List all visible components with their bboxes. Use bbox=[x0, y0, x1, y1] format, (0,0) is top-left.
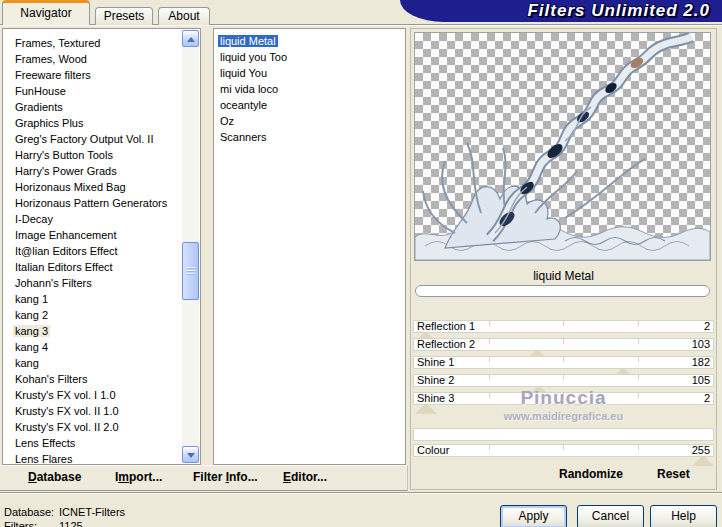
slider-value: 103 bbox=[692, 338, 710, 350]
editor-button[interactable]: Editor... bbox=[283, 470, 327, 484]
category-scrollbar[interactable] bbox=[182, 30, 199, 463]
category-item[interactable]: Frames, Textured bbox=[13, 35, 200, 51]
import-button[interactable]: Import... bbox=[115, 470, 162, 484]
category-item[interactable]: Johann's Filters bbox=[13, 275, 200, 291]
category-item[interactable]: Italian Editors Effect bbox=[13, 259, 200, 275]
database-button[interactable]: Database bbox=[28, 470, 81, 484]
category-item[interactable]: Gradients bbox=[13, 99, 200, 115]
filter-item[interactable]: liquid Metal bbox=[218, 33, 405, 49]
category-item[interactable]: Lens Flares bbox=[13, 451, 200, 465]
category-item[interactable]: Lens Effects bbox=[13, 435, 200, 451]
category-item[interactable]: Krusty's FX vol. II 1.0 bbox=[13, 403, 200, 419]
bottom-toolbar: Database Import... Filter Info... Editor… bbox=[0, 465, 408, 491]
scrollbar-thumb[interactable] bbox=[182, 242, 199, 300]
category-item[interactable]: kang 2 bbox=[13, 307, 200, 323]
category-list: Frames, TexturedFrames, WoodFreeware fil… bbox=[3, 29, 200, 464]
category-item[interactable]: FunHouse bbox=[13, 83, 200, 99]
category-item[interactable]: Freeware filters bbox=[13, 67, 200, 83]
category-item[interactable]: kang 1 bbox=[13, 291, 200, 307]
cancel-button[interactable]: Cancel bbox=[577, 505, 644, 527]
filter-panel: liquid Metal Reflection 12Reflection 210… bbox=[410, 28, 717, 490]
slider-track[interactable] bbox=[413, 392, 714, 405]
category-item[interactable]: It@lian Editors Effect bbox=[13, 243, 200, 259]
scrollbar-grip-icon bbox=[187, 267, 195, 276]
slider-label: Shine 1 bbox=[417, 356, 454, 368]
status-filters-value: 1125 bbox=[59, 520, 83, 527]
slider-label: Shine 3 bbox=[417, 392, 454, 404]
filter-item[interactable]: oceantyle bbox=[218, 97, 405, 113]
title-banner: Filters Unlimited 2.0 bbox=[400, 0, 722, 22]
progress-bar bbox=[415, 285, 710, 297]
randomize-reset-strip: Randomize Reset bbox=[412, 462, 715, 488]
liquid-metal-splash-image bbox=[415, 33, 710, 260]
slider-track[interactable] bbox=[413, 374, 714, 387]
status-filters-label: Filters: bbox=[4, 520, 56, 527]
arrow-up-icon bbox=[187, 37, 195, 42]
status-divider-highlight bbox=[0, 493, 722, 494]
category-item[interactable]: Graphics Plus bbox=[13, 115, 200, 131]
slider-label: Colour bbox=[417, 444, 449, 456]
filter-item[interactable]: Scanners bbox=[218, 129, 405, 145]
filter-item[interactable]: liquid you Too bbox=[218, 49, 405, 65]
parameter-sliders: Reflection 12Reflection 2103Shine 1182Sh… bbox=[413, 320, 714, 462]
scroll-up-button[interactable] bbox=[182, 30, 199, 47]
empty-parameter-bar bbox=[413, 428, 714, 441]
slider-value: 182 bbox=[692, 356, 710, 368]
slider-row[interactable]: Colour255 bbox=[413, 444, 714, 462]
slider-label: Reflection 2 bbox=[417, 338, 475, 350]
slider-track[interactable] bbox=[413, 444, 714, 457]
filter-info-button[interactable]: Filter Info... bbox=[193, 470, 258, 484]
selected-filter-name: liquid Metal bbox=[411, 269, 716, 283]
slider-row[interactable]: Reflection 12 bbox=[413, 320, 714, 338]
reset-button[interactable]: Reset bbox=[657, 467, 690, 481]
filter-item[interactable]: mi vida loco bbox=[218, 81, 405, 97]
slider-track[interactable] bbox=[413, 356, 714, 369]
slider-value: 2 bbox=[704, 320, 710, 332]
tab-navigator[interactable]: Navigator bbox=[2, 0, 90, 25]
help-button[interactable]: Help bbox=[650, 505, 717, 527]
slider-row[interactable]: Shine 2105 bbox=[413, 374, 714, 392]
category-item[interactable]: Harry's Power Grads bbox=[13, 163, 200, 179]
category-item[interactable]: I-Decay bbox=[13, 211, 200, 227]
category-item[interactable]: Krusty's FX vol. II 2.0 bbox=[13, 419, 200, 435]
category-item[interactable]: kang 3 bbox=[13, 323, 200, 339]
filter-item[interactable]: liquid You bbox=[218, 65, 405, 81]
status-database-label: Database: bbox=[4, 506, 56, 518]
category-item[interactable]: Greg's Factory Output Vol. II bbox=[13, 131, 200, 147]
category-item[interactable]: Image Enhancement bbox=[13, 227, 200, 243]
slider-row[interactable]: Shine 32 bbox=[413, 392, 714, 410]
slider-value: 105 bbox=[692, 374, 710, 386]
status-database-value: ICNET-Filters bbox=[59, 506, 125, 518]
slider-label: Reflection 1 bbox=[417, 320, 475, 332]
category-item[interactable]: kang 4 bbox=[13, 339, 200, 355]
category-item[interactable]: Horizonaus Mixed Bag bbox=[13, 179, 200, 195]
category-item[interactable]: Frames, Wood bbox=[13, 51, 200, 67]
slider-row[interactable]: Reflection 2103 bbox=[413, 338, 714, 356]
category-listbox: Frames, TexturedFrames, WoodFreeware fil… bbox=[2, 28, 201, 465]
app-title: Filters Unlimited 2.0 bbox=[527, 1, 710, 21]
status-filters: Filters: 1125 bbox=[4, 520, 83, 527]
category-item[interactable]: Horizonaus Pattern Generators bbox=[13, 195, 200, 211]
slider-value: 255 bbox=[692, 444, 710, 456]
filter-listbox: liquid Metalliquid you Tooliquid Youmi v… bbox=[213, 28, 406, 465]
filter-preview bbox=[414, 32, 711, 261]
arrow-down-icon bbox=[187, 453, 195, 458]
slider-label: Shine 2 bbox=[417, 374, 454, 386]
filter-item[interactable]: Oz bbox=[218, 113, 405, 129]
category-item[interactable]: kang bbox=[13, 355, 200, 371]
tab-presets[interactable]: Presets bbox=[95, 7, 153, 25]
status-database: Database: ICNET-Filters bbox=[4, 506, 125, 518]
randomize-button[interactable]: Randomize bbox=[559, 467, 623, 481]
filter-list: liquid Metalliquid you Tooliquid Youmi v… bbox=[214, 29, 405, 464]
tabbar-divider-highlight bbox=[0, 25, 722, 26]
filters-unlimited-dialog: Navigator Presets About Filters Unlimite… bbox=[0, 0, 722, 527]
category-item[interactable]: Kohan's Filters bbox=[13, 371, 200, 387]
slider-value: 2 bbox=[704, 392, 710, 404]
tab-about[interactable]: About bbox=[158, 7, 210, 25]
scroll-down-button[interactable] bbox=[182, 446, 199, 463]
slider-row[interactable]: Shine 1182 bbox=[413, 356, 714, 374]
category-item[interactable]: Harry's Button Tools bbox=[13, 147, 200, 163]
category-item[interactable]: Krusty's FX vol. I 1.0 bbox=[13, 387, 200, 403]
apply-button[interactable]: Apply bbox=[500, 505, 567, 527]
